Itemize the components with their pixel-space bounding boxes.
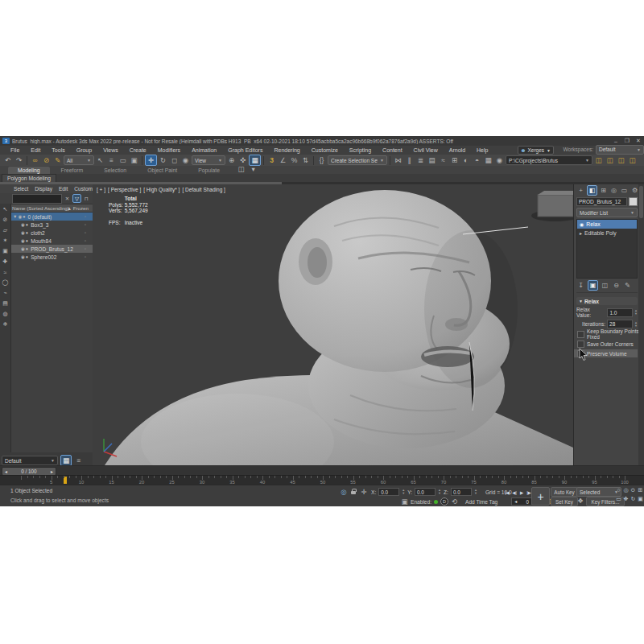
search-input[interactable] xyxy=(12,194,62,204)
remove-modifier-icon[interactable]: ⊖ xyxy=(612,281,621,290)
snap-3d-icon[interactable]: 3 xyxy=(266,155,277,165)
modify-tab-icon[interactable]: ◧ xyxy=(587,185,597,196)
percent-snap-icon[interactable]: % xyxy=(289,155,299,165)
pan-icon[interactable]: ✥ xyxy=(622,495,630,502)
isolate-selection-icon[interactable]: ◎ xyxy=(340,488,348,496)
pin-stack-icon[interactable]: ↧ xyxy=(576,281,585,290)
menu-tools[interactable]: Tools xyxy=(46,146,70,155)
timeline-key[interactable] xyxy=(64,477,67,484)
maximize-viewport-icon[interactable]: ▣ xyxy=(637,495,644,502)
selection-lock-icon[interactable] xyxy=(351,489,357,495)
frozen-state-icon[interactable]: ▫ xyxy=(85,222,86,227)
menu-file[interactable]: File xyxy=(5,146,25,155)
scene-object-prod-brutus-12[interactable]: ◉●PROD_Brutus_12▫ xyxy=(10,245,93,253)
axis-field-z[interactable]: 0.0 xyxy=(451,488,472,496)
spinner-arrows[interactable]: ▲▼ xyxy=(402,489,405,495)
modifier-editable-poly[interactable]: ▸Editable Poly xyxy=(577,229,637,237)
explorer-menu-select[interactable]: Select xyxy=(11,184,31,193)
rendered-frame-icon[interactable]: ▦ xyxy=(483,155,493,165)
zoom-all-icon[interactable]: ◎ xyxy=(622,486,630,493)
display-lights-icon[interactable]: ✶ xyxy=(1,237,10,245)
frozen-column-header[interactable]: Frozen xyxy=(73,205,89,211)
panel-scrollbar-handle[interactable] xyxy=(639,186,643,218)
display-spacewarps-icon[interactable]: ≈ xyxy=(1,268,10,276)
spinner-arrows[interactable]: ▲▼ xyxy=(634,309,638,316)
d-badge-icon[interactable]: D xyxy=(440,497,448,506)
display-cameras-icon[interactable]: ▣ xyxy=(1,247,10,255)
link-icon[interactable]: ∞ xyxy=(30,155,40,165)
polygon-modeling-panel-tab[interactable]: Polygon Modeling xyxy=(2,174,56,182)
configure-sets-icon[interactable]: ✎ xyxy=(623,281,632,290)
select-by-name-icon[interactable]: ≡ xyxy=(106,155,117,165)
ribbon-tab-populate[interactable]: Populate xyxy=(188,167,229,174)
auto-key-button[interactable]: Auto Key xyxy=(551,487,578,497)
render-icon[interactable]: ◉ xyxy=(494,155,505,165)
menu-rendering[interactable]: Rendering xyxy=(268,146,305,155)
curve-editor-icon[interactable]: ≈ xyxy=(438,155,448,165)
ribbon-config-icon[interactable]: ◫ xyxy=(236,164,246,174)
next-key-arrow[interactable]: ► xyxy=(50,469,54,474)
visibility-eye-icon[interactable]: ◉ xyxy=(21,230,25,235)
spinner-snap-icon[interactable]: ⇅ xyxy=(300,155,311,165)
frozen-state-icon[interactable]: ▫ xyxy=(85,214,86,219)
show-end-result-icon[interactable]: ▣ xyxy=(588,280,598,291)
visibility-eye-icon[interactable]: ◉ xyxy=(18,214,22,219)
create-selection-set-combo[interactable]: Create Selection Set▼ xyxy=(328,155,387,165)
display-frozen-icon[interactable]: ❄ xyxy=(1,320,10,328)
bind-spacewarp-icon[interactable]: ✎ xyxy=(52,155,63,165)
menu-views[interactable]: Views xyxy=(97,146,124,155)
expander-icon[interactable]: ▼ xyxy=(13,214,17,219)
checkbox-box[interactable] xyxy=(577,331,584,338)
zoom-region-icon[interactable]: ▭ xyxy=(615,495,622,502)
orbit-icon[interactable]: ↻ xyxy=(630,495,637,502)
mirror-icon[interactable]: ⋈ xyxy=(393,155,403,165)
display-materials-icon[interactable]: ◍ xyxy=(1,310,10,318)
filter-funnel-icon[interactable]: ▽ xyxy=(72,194,81,203)
viewport-quality-menu[interactable]: [ High Quality* ] xyxy=(143,187,180,192)
place-icon[interactable]: ◉ xyxy=(180,155,191,165)
default-set-dropdown[interactable]: Default ▼ xyxy=(2,456,58,465)
render-setup-icon[interactable]: ◓ xyxy=(472,155,482,165)
unlink-icon[interactable]: ⊘ xyxy=(41,155,52,165)
minimize-button[interactable]: – xyxy=(610,137,621,145)
scale-icon[interactable]: ◻ xyxy=(169,155,180,165)
display-geometry-icon[interactable]: ◯ xyxy=(1,279,10,287)
key-filter-icon[interactable]: ❖ xyxy=(576,497,584,505)
modifier-list-dropdown[interactable]: Modifier List ▼ xyxy=(576,208,638,217)
scene-object-sphere002[interactable]: ◉●Sphere002▫ xyxy=(10,253,93,261)
set-key-button[interactable]: Set Key xyxy=(551,497,578,506)
param-value-field[interactable]: 28 xyxy=(607,320,633,328)
menu-create[interactable]: Create xyxy=(124,146,152,155)
zoom-extents-all-icon[interactable]: ⊞ xyxy=(637,486,644,493)
object-name-field[interactable]: PROD_Brutus_12 xyxy=(576,197,627,206)
prev-frame-icon[interactable]: ◀| xyxy=(511,488,518,497)
redo-icon[interactable]: ↷ xyxy=(14,155,24,165)
display-containers-icon[interactable]: ▤ xyxy=(1,299,10,308)
menu-group[interactable]: Group xyxy=(71,146,97,155)
modifier-relax[interactable]: ◉Relax xyxy=(577,220,637,229)
motion-tab-icon[interactable]: ◎ xyxy=(609,186,618,195)
param-value-field[interactable]: 1.0 xyxy=(607,308,633,317)
rotate-icon[interactable]: ↻ xyxy=(158,155,168,165)
menu-content[interactable]: Content xyxy=(377,146,408,155)
layer-explorer-icon[interactable]: ≣ xyxy=(415,155,426,165)
project-path-dropdown[interactable]: P:\CGprojects\Brutus▼ xyxy=(506,155,592,165)
maximize-button[interactable]: ❐ xyxy=(621,137,633,145)
selection-filter-dropdown[interactable]: All▼ xyxy=(64,155,94,165)
relax-rollout-header[interactable]: ▼ Relax xyxy=(576,297,638,305)
menu-help[interactable]: Help xyxy=(471,146,493,155)
checkbox-box[interactable] xyxy=(577,341,584,348)
visibility-eye-icon[interactable]: ◉ xyxy=(21,254,25,259)
menu-arnold[interactable]: Arnold xyxy=(444,146,471,155)
axis-field-y[interactable]: 0.0 xyxy=(415,488,436,496)
schematic-view-icon[interactable]: ⊞ xyxy=(449,155,460,165)
scene-object-0-default[interactable]: ▼◉●0 (default)▫ xyxy=(10,213,93,221)
menu-modifiers[interactable]: Modifiers xyxy=(152,146,186,155)
spinner-arrows[interactable]: ▲▼ xyxy=(634,321,638,328)
spinner-arrows[interactable]: ▲▼ xyxy=(438,489,441,495)
explorer-menu-edit[interactable]: Edit xyxy=(56,184,70,193)
menu-graph-editors[interactable]: Graph Editors xyxy=(222,146,268,155)
undo-icon[interactable]: ↶ xyxy=(2,155,13,165)
ribbon-tab-selection[interactable]: Selection xyxy=(94,167,136,174)
menu-civil-view[interactable]: Civil View xyxy=(408,146,444,155)
